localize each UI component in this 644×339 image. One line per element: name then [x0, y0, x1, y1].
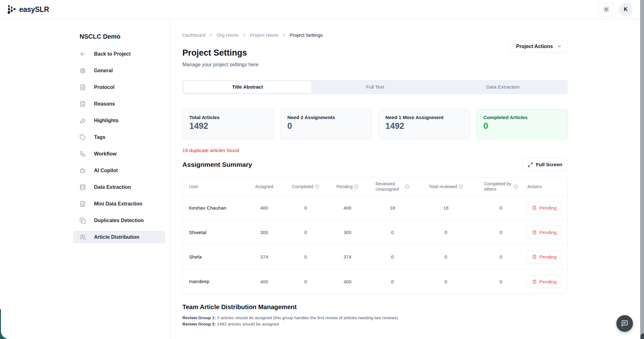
breadcrumb-project-home[interactable]: Project Home: [250, 32, 279, 38]
review-group-2: Review Group 2: 1492 articles should be …: [182, 321, 568, 327]
sidebar-item-duplicates-detection[interactable]: Duplicates Detection: [73, 214, 165, 227]
highlighter-icon: [80, 118, 86, 124]
breadcrumb: Dashboard Org Home Project Home Project …: [182, 32, 568, 38]
database-icon: [80, 184, 86, 190]
sun-icon: [603, 6, 609, 13]
sidebar-item-workflow[interactable]: Workflow: [73, 147, 165, 160]
sidebar: NSCLC Demo Back to Project General Proto…: [0, 19, 170, 339]
info-icon[interactable]: [405, 184, 409, 189]
workflow-icon: [80, 151, 86, 157]
tag-icon: [80, 134, 86, 140]
team-distribution-heading: Team Article Distribution Management: [182, 303, 568, 311]
table-row: Shwetal 300 0 300 0 0 0 Pending: [183, 220, 568, 245]
column-header-user: User: [189, 184, 244, 189]
users-icon: [80, 234, 86, 240]
stats-cards: Total Articles 1492 Need 2 Assignments 0…: [182, 109, 568, 139]
delete-pending-button[interactable]: Pending: [527, 275, 561, 288]
sidebar-item-data-extraction[interactable]: Data Extraction: [73, 181, 165, 194]
document-icon: [80, 84, 86, 90]
app-logo: easySLR: [7, 4, 49, 14]
tab-full-text[interactable]: Full Text: [311, 81, 439, 93]
trash-icon: [532, 230, 537, 235]
page-corner-mask: [1, 309, 18, 339]
table-row: Keshav Chauhan 400 0 400 18 18 0 Pending: [183, 196, 568, 220]
column-header-completed: Completed: [284, 184, 327, 189]
column-header-reviewed-unassigned: Reviewed Unassigned: [368, 181, 417, 192]
column-header-assigned: Assigned: [244, 184, 284, 189]
breadcrumb-dashboard[interactable]: Dashboard: [182, 32, 205, 38]
info-icon[interactable]: [315, 184, 319, 189]
review-groups: Review Group 1: 0 articles should be ass…: [182, 315, 568, 327]
delete-pending-button[interactable]: Pending: [527, 202, 561, 214]
page-subtitle: Manage your project settings here: [182, 61, 568, 68]
sidebar-item-ai-copilot[interactable]: AI Copilot: [73, 164, 165, 177]
column-header-total-reviewed: Total reviewed: [417, 184, 475, 189]
vertical-scrollbar[interactable]: [640, 0, 644, 339]
stat-card-completed-articles: Completed Articles 0: [476, 109, 568, 139]
user-avatar[interactable]: K: [619, 3, 633, 16]
duplicates-notice: 19 duplicate articles found: [182, 148, 568, 153]
full-screen-button[interactable]: Full Screen: [522, 158, 568, 171]
column-header-actions: Actions: [527, 184, 561, 189]
expand-icon: [528, 162, 533, 167]
review-group-1: Review Group 1: 0 articles should be ass…: [182, 315, 568, 321]
easyslr-logo-icon: [7, 4, 16, 14]
sidebar-item-back-to-project[interactable]: Back to Project: [73, 47, 165, 60]
chat-icon: [621, 320, 628, 327]
column-header-completed-by-others: Completed by others: [475, 181, 527, 192]
stat-card-total-articles: Total Articles 1492: [182, 109, 274, 139]
chevron-right-icon: [208, 33, 214, 38]
delete-pending-button[interactable]: Pending: [527, 226, 561, 239]
breadcrumb-project-settings: Project Settings: [290, 32, 323, 38]
bot-icon: [80, 167, 86, 174]
table-header-row: User Assigned Completed Pending Reviewed…: [183, 178, 568, 196]
copy-icon: [80, 217, 86, 224]
sidebar-item-article-distribution[interactable]: Article Distribution: [73, 231, 165, 243]
delete-pending-button[interactable]: Pending: [527, 251, 561, 263]
info-icon[interactable]: [354, 184, 358, 189]
sidebar-project-name: NSCLC Demo: [80, 33, 165, 40]
table-row: mandeep 400 0 400 0 0 0 Pending: [183, 269, 568, 294]
sidebar-item-protocol[interactable]: Protocol: [73, 81, 165, 94]
breadcrumb-org-home[interactable]: Org Home: [217, 32, 238, 38]
main-content: Dashboard Org Home Project Home Project …: [170, 19, 644, 339]
table-row: Shefa 374 0 374 0 0 0 Pending: [183, 245, 568, 269]
chevron-down-icon: [557, 44, 562, 49]
top-header: easySLR K: [0, 0, 644, 19]
trash-icon: [532, 205, 537, 210]
sidebar-item-mini-data-extraction[interactable]: Mini Data Extraction: [73, 197, 165, 210]
document-icon: [80, 101, 86, 107]
theme-toggle-button[interactable]: [599, 3, 613, 17]
trash-icon: [532, 279, 537, 284]
chat-widget-button[interactable]: [616, 315, 633, 332]
info-icon[interactable]: [514, 184, 518, 189]
gear-icon: [80, 68, 86, 74]
bottom-right-corner-widget: [641, 333, 644, 339]
trash-icon: [532, 254, 537, 259]
sidebar-item-reasons[interactable]: Reasons: [73, 97, 165, 110]
sidebar-item-general[interactable]: General: [73, 64, 165, 77]
assignment-summary-heading: Assignment Summary: [182, 161, 252, 168]
column-header-pending: Pending: [327, 184, 368, 189]
project-actions-button[interactable]: Project Actions: [510, 40, 568, 53]
review-stage-tabs: Title Abstract Full Text Data Extraction: [182, 80, 568, 94]
stat-card-need-1-more-assignment: Need 1 More Assignment 1492: [379, 109, 470, 139]
sidebar-item-highlights[interactable]: Highlights: [73, 114, 165, 127]
arrow-left-icon: [80, 51, 86, 57]
chevron-right-icon: [281, 33, 286, 38]
tab-title-abstract[interactable]: Title Abstract: [184, 81, 311, 93]
info-icon[interactable]: [458, 184, 463, 189]
document-icon: [80, 201, 86, 207]
chevron-right-icon: [242, 33, 247, 38]
tab-data-extraction[interactable]: Data Extraction: [439, 81, 567, 93]
app-logo-text: easySLR: [19, 5, 49, 14]
stat-card-need-2-assignments: Need 2 Assignments 0: [280, 109, 372, 139]
sidebar-item-tags[interactable]: Tags: [73, 131, 165, 144]
assignment-summary-table: User Assigned Completed Pending Reviewed…: [182, 178, 568, 294]
